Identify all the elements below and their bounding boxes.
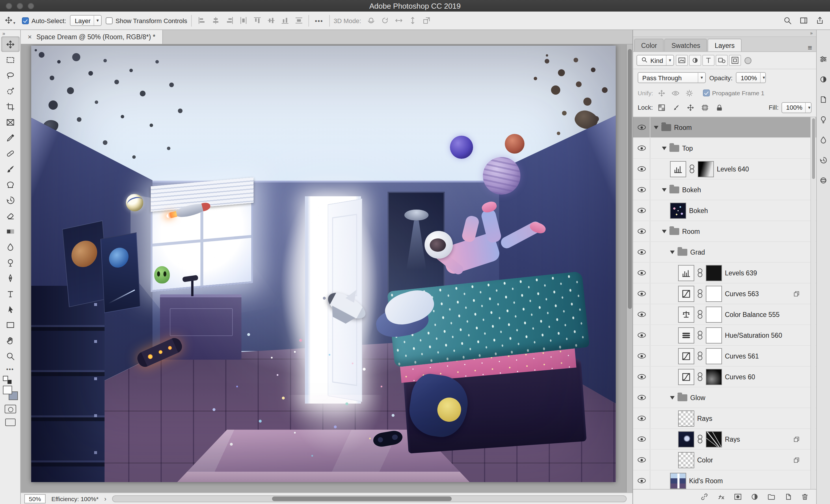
- layer-row-color[interactable]: Color: [633, 450, 816, 471]
- path-select-tool[interactable]: [1, 301, 19, 317]
- visibility-toggle[interactable]: [633, 304, 650, 325]
- align-left-edges-icon[interactable]: [196, 15, 208, 26]
- mask-link-icon[interactable]: [698, 310, 702, 319]
- layer-row-hue-saturation-560[interactable]: Hue/Saturation 560: [633, 325, 816, 346]
- eyedropper-tool[interactable]: [1, 130, 19, 145]
- tab-swatches[interactable]: Swatches: [665, 39, 707, 52]
- visibility-toggle[interactable]: [633, 283, 650, 304]
- 3d-pan-icon[interactable]: [393, 15, 405, 26]
- levels-adjustment-icon[interactable]: [678, 265, 694, 281]
- tab-layers[interactable]: Layers: [708, 39, 742, 52]
- frame-tool[interactable]: [1, 114, 19, 130]
- edit-toolbar-button[interactable]: •••: [6, 364, 14, 373]
- layer-mask-thumbnail[interactable]: [706, 327, 722, 343]
- screen-mode-button[interactable]: [5, 418, 15, 426]
- dock-libraries-icon[interactable]: [818, 94, 829, 105]
- horizontal-scrollbar[interactable]: [112, 495, 627, 502]
- layer-row-room[interactable]: Room: [633, 221, 816, 242]
- vertical-scrollbar[interactable]: [626, 44, 633, 493]
- expand-triangle-icon[interactable]: [670, 396, 675, 399]
- delete-layer-icon[interactable]: [799, 491, 810, 503]
- layer-thumbnail[interactable]: [678, 452, 694, 468]
- mask-link-icon[interactable]: [698, 351, 702, 360]
- dock-color-icon[interactable]: [818, 134, 829, 145]
- document-tab[interactable]: × Space Dream @ 50% (Room, RGB/8*) *: [21, 30, 163, 44]
- visibility-toggle[interactable]: [633, 367, 650, 387]
- visibility-toggle[interactable]: [633, 408, 650, 428]
- gradient-tool[interactable]: [1, 224, 19, 239]
- mask-link-icon[interactable]: [698, 289, 702, 298]
- layer-row-levels-640[interactable]: Levels 640: [633, 159, 816, 179]
- crop-tool[interactable]: [1, 99, 19, 114]
- quick-select-tool[interactable]: [1, 83, 19, 99]
- lock-artboard-icon[interactable]: [699, 102, 711, 113]
- align-vertical-centers-icon[interactable]: [265, 15, 277, 26]
- 3d-orbit-icon[interactable]: [365, 15, 377, 26]
- layer-row-top[interactable]: Top: [633, 138, 816, 159]
- unify-visibility-icon[interactable]: [670, 87, 681, 99]
- 3d-roll-icon[interactable]: [379, 15, 391, 26]
- layer-row-rays[interactable]: Rays: [633, 408, 816, 429]
- mask-link-icon[interactable]: [698, 372, 702, 381]
- adjustment-filter-icon[interactable]: [689, 55, 701, 66]
- quick-mask-button[interactable]: [4, 405, 16, 413]
- visibility-toggle[interactable]: [633, 117, 650, 137]
- current-tool-preset[interactable]: ▾: [5, 16, 18, 25]
- expand-triangle-icon[interactable]: [670, 250, 675, 254]
- dock-history-icon[interactable]: [818, 154, 829, 166]
- visibility-toggle[interactable]: [633, 200, 650, 221]
- default-colors-icon[interactable]: [3, 376, 11, 384]
- visibility-toggle[interactable]: [633, 242, 650, 262]
- balance-adjustment-icon[interactable]: [678, 306, 694, 323]
- layer-mask-thumbnail[interactable]: [706, 348, 722, 364]
- layer-mask-thumbnail[interactable]: [706, 369, 722, 385]
- show-transform-checkbox[interactable]: [106, 17, 113, 24]
- history-brush-tool[interactable]: [1, 192, 19, 208]
- tab-color[interactable]: Color: [634, 39, 664, 52]
- smart-object-filter-icon[interactable]: [729, 55, 741, 66]
- type-tool[interactable]: [1, 286, 19, 301]
- marquee-tool[interactable]: [1, 52, 19, 68]
- layer-mask-thumbnail[interactable]: [706, 306, 722, 323]
- close-tab-button[interactable]: ×: [28, 33, 32, 40]
- dock-3d-icon[interactable]: [818, 174, 829, 186]
- hand-tool[interactable]: [1, 333, 19, 348]
- huesat-adjustment-icon[interactable]: [678, 327, 694, 343]
- visibility-toggle[interactable]: [633, 429, 650, 449]
- layer-mask-thumbnail[interactable]: [706, 285, 722, 302]
- expand-triangle-icon[interactable]: [662, 146, 667, 150]
- layer-mask-thumbnail[interactable]: [698, 161, 714, 177]
- toolbar-collapse-chevrons-icon[interactable]: »: [0, 30, 7, 36]
- blend-mode-dropdown[interactable]: Pass Through ▾: [638, 72, 706, 83]
- workspace-icon[interactable]: [798, 15, 809, 26]
- visibility-toggle[interactable]: [633, 450, 650, 470]
- layer-row-bokeh[interactable]: Bokeh: [633, 200, 816, 221]
- layers-scrollbar[interactable]: [810, 117, 816, 489]
- visibility-toggle[interactable]: [633, 471, 650, 489]
- layer-row-curves-563[interactable]: Curves 563: [633, 283, 816, 304]
- pen-tool[interactable]: [1, 270, 19, 286]
- canvas[interactable]: [31, 45, 616, 482]
- mask-link-icon[interactable]: [690, 165, 694, 173]
- 3d-slide-icon[interactable]: [407, 15, 418, 26]
- search-icon[interactable]: [781, 15, 793, 26]
- align-right-edges-icon[interactable]: [224, 15, 235, 26]
- layer-row-grad[interactable]: Grad: [633, 242, 816, 263]
- panel-menu-icon[interactable]: ≡: [808, 44, 812, 52]
- filter-toggle-icon[interactable]: [744, 57, 752, 64]
- lock-position-icon[interactable]: [685, 102, 696, 113]
- fill-field[interactable]: 100% ▾: [781, 102, 811, 113]
- unify-position-icon[interactable]: [656, 87, 668, 99]
- link-layers-icon[interactable]: [698, 491, 710, 503]
- add-mask-icon[interactable]: [732, 491, 743, 503]
- visibility-toggle[interactable]: [633, 179, 650, 200]
- dodge-tool[interactable]: [1, 255, 19, 270]
- layer-thumbnail[interactable]: [670, 473, 686, 489]
- layer-row-kid-s-room[interactable]: Kid's Room: [633, 471, 816, 489]
- layer-row-curves-60[interactable]: Curves 60: [633, 367, 816, 388]
- layer-mask-thumbnail[interactable]: [706, 431, 722, 447]
- layer-row-color-balance-555[interactable]: Color Balance 555: [633, 304, 816, 325]
- healing-brush-tool[interactable]: [1, 145, 19, 161]
- rectangle-tool[interactable]: [1, 317, 19, 333]
- foreground-color-swatch[interactable]: [3, 385, 12, 394]
